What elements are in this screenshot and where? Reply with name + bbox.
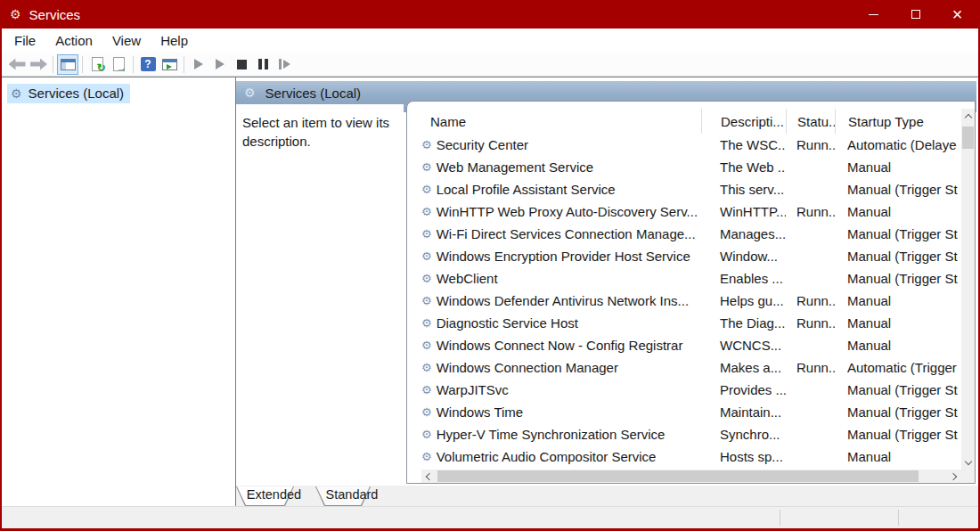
app-gear-icon (10, 8, 21, 20)
forward-button[interactable] (28, 54, 49, 75)
table-row[interactable]: Diagnostic Service HostThe Diag...Runn..… (407, 312, 961, 334)
statusbar-separator (898, 510, 899, 526)
action-pane-icon (162, 59, 177, 70)
minimize-icon (869, 14, 878, 15)
back-button[interactable] (6, 54, 28, 75)
service-gear-icon (421, 206, 432, 217)
scrollbar-corner (961, 470, 975, 483)
tab-extended[interactable]: Extended (236, 486, 312, 506)
table-row[interactable]: Windows TimeMaintain...Manual (Trigger S… (407, 401, 961, 423)
stop-service-button[interactable] (231, 54, 252, 75)
restart-service-button[interactable] (274, 54, 295, 75)
tab-standard[interactable]: Standard (315, 486, 388, 506)
table-row[interactable]: Windows Defender Antivirus Network Ins..… (407, 290, 961, 312)
help-icon (141, 57, 156, 71)
scroll-left-button[interactable] (421, 470, 435, 484)
back-arrow-icon (9, 59, 26, 70)
export-list-icon (113, 57, 125, 71)
services-gear-icon (11, 87, 22, 100)
menu-help[interactable]: Help (151, 30, 198, 51)
column-header-status[interactable]: Statu... (786, 109, 835, 134)
scroll-right-button[interactable] (948, 470, 961, 484)
services-list: Name Descripti... Statu... Startup Type … (406, 101, 976, 484)
service-gear-icon (421, 406, 432, 418)
help-button[interactable] (137, 54, 159, 75)
refresh-button[interactable] (86, 54, 108, 75)
close-button[interactable] (936, 0, 978, 29)
pause-service-button[interactable] (252, 54, 274, 75)
table-row[interactable]: Local Profile Assistant ServiceThis serv… (407, 178, 961, 200)
service-gear-icon (421, 139, 432, 151)
scroll-up-button[interactable] (961, 109, 975, 123)
menu-file[interactable]: File (4, 30, 45, 51)
service-gear-icon (421, 429, 432, 440)
service-gear-icon (421, 161, 432, 173)
tree-item-services-local[interactable]: Services (Local) (7, 84, 130, 103)
table-body: Security CenterThe WSC...Runn...Automati… (407, 134, 961, 470)
column-header-description[interactable]: Descripti... (701, 109, 786, 134)
table-row[interactable]: WinHTTP Web Proxy Auto-Discovery Serv...… (407, 200, 961, 223)
close-icon (952, 5, 963, 23)
table-row[interactable]: Windows Encryption Provider Host Service… (407, 245, 961, 267)
window-controls (853, 0, 978, 29)
table-row[interactable]: WebClientEnables ...Manual (Trigger St (407, 267, 961, 290)
menubar: File Action View Help (2, 29, 978, 53)
chevron-down-icon (964, 457, 971, 464)
service-gear-icon (421, 362, 432, 373)
column-header-startup-type[interactable]: Startup Type (835, 109, 961, 134)
maximize-button[interactable] (894, 0, 936, 29)
table-row[interactable]: Windows Connection ManagerMakes a...Runn… (407, 356, 961, 379)
table-row[interactable]: WarpJITSvcProvides ...Manual (Trigger St (407, 379, 961, 401)
resume-service-button[interactable] (209, 54, 231, 75)
console-tree-panel: Services (Local) (2, 78, 236, 506)
maximize-icon (911, 10, 920, 19)
chevron-right-icon (950, 472, 957, 479)
main-panel: Services (Local) Select an item to view … (236, 78, 978, 506)
window-title: Services (29, 7, 81, 22)
statusbar (2, 506, 978, 528)
content-area: Services (Local) Services (Local) Select… (2, 77, 978, 506)
export-list-button[interactable] (108, 54, 129, 75)
column-header-name[interactable]: Name (407, 109, 701, 134)
table-row[interactable]: Hyper-V Time Synchronization ServiceSync… (407, 423, 961, 445)
service-gear-icon (421, 250, 432, 262)
pause-icon (258, 59, 268, 69)
table-row[interactable]: Wi-Fi Direct Services Connection Manage.… (407, 223, 961, 245)
scroll-down-button[interactable] (961, 455, 975, 470)
toolbar-separator (133, 56, 134, 73)
panel-header-title: Services (Local) (265, 86, 362, 101)
menu-view[interactable]: View (102, 30, 151, 51)
restart-icon (279, 59, 290, 69)
menu-action[interactable]: Action (45, 30, 102, 51)
table-row[interactable]: Volumetric Audio Compositor ServiceHosts… (407, 445, 961, 468)
service-gear-icon (421, 228, 432, 240)
table-row[interactable]: Security CenterThe WSC...Runn...Automati… (407, 134, 961, 156)
view-tabs: Extended Standard (236, 486, 978, 506)
toolbar-separator (184, 56, 184, 73)
service-gear-icon (421, 451, 432, 462)
table-row[interactable]: Windows Connect Now - Config RegistrarWC… (407, 334, 961, 356)
show-console-tree-button[interactable] (57, 54, 78, 75)
service-gear-icon (421, 184, 432, 195)
services-gear-icon (244, 86, 256, 99)
list-header: Name Descripti... Statu... Startup Type (407, 102, 961, 134)
table-row[interactable]: Web Management ServiceThe Web ...Manual (407, 156, 961, 178)
start-service-button[interactable] (188, 54, 209, 75)
refresh-icon (92, 57, 103, 71)
vertical-scrollbar-thumb[interactable] (962, 127, 974, 149)
console-tree-icon (61, 59, 76, 70)
stop-icon (237, 60, 247, 69)
chevron-left-icon (426, 472, 433, 479)
horizontal-scrollbar[interactable] (421, 470, 961, 483)
titlebar[interactable]: Services (2, 0, 978, 29)
vertical-scrollbar[interactable] (961, 109, 975, 470)
service-gear-icon (421, 295, 432, 306)
play-icon (194, 59, 203, 69)
minimize-button[interactable] (853, 0, 894, 29)
show-action-pane-button[interactable] (159, 54, 180, 75)
toolbar (2, 53, 978, 77)
services-window: Services File Action View Help (0, 0, 980, 531)
horizontal-scrollbar-thumb[interactable] (437, 470, 919, 482)
service-gear-icon (421, 317, 432, 329)
tab-standard-label: Standard (315, 487, 388, 502)
